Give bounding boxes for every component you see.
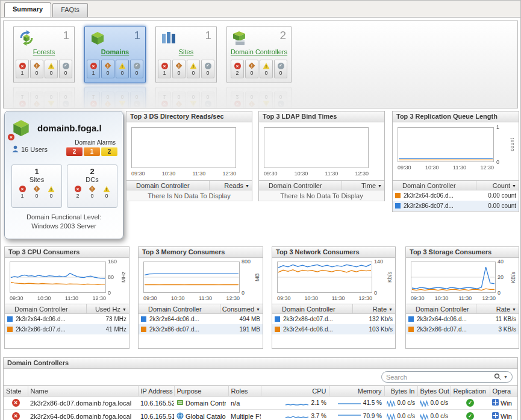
dcs-subbox[interactable]: 2 DCs 2 0 0 [67,165,117,208]
legend-col-domain-controller[interactable]: Domain Controller [272,304,353,313]
legend-col-domain-controller[interactable]: Domain Controller [126,181,210,190]
legend-row[interactable]: 2k3r2x64-dc06.d... 103 Kb/s [272,324,395,334]
dcs-label: DCs [67,176,117,183]
normal-status-cell[interactable]: 0 [59,60,72,78]
legend-row[interactable]: 2k3r2x86-dc07.d... 0.00 count [393,201,519,211]
no-data-message: There Is No Data To Display [126,190,252,201]
col-memory[interactable]: Memory [329,386,384,396]
warning-status-cell[interactable]: 0 [45,60,58,78]
legend-row[interactable]: 2k3r2x86-dc07.d... 191 MB [139,324,263,334]
tile-sites[interactable]: 1 Sites 1 0 0 0 [155,26,217,83]
fatal-icon [90,63,97,69]
legend-row[interactable]: 2k3r2x86-dc07.d... 41 MHz [5,324,129,334]
fatal-status-cell[interactable]: 1 [158,60,171,78]
cpu-value: 3.7 % [311,413,326,419]
col-roles[interactable]: Roles [228,386,261,396]
users-summary[interactable]: 16 Users [12,145,48,154]
critical-status-cell[interactable]: 0 [172,60,186,78]
legend-row[interactable]: 2k3r2x86-dc07.d... 132 Kb/s [272,314,395,324]
legend-dc-name[interactable]: 2k3r2x86-dc07.d... [146,326,220,333]
sites-subbox[interactable]: 1 Sites 1 0 0 [11,165,62,208]
alarm-badges: 2 1 2 [66,147,117,156]
normal-status-cell[interactable]: 0 [201,60,214,78]
tile-domain-controllers[interactable]: 2 Domain Controllers 2 0 0 0 [226,26,292,83]
legend-col-value[interactable]: Rate [476,304,519,313]
legend-col-value[interactable]: Reads [210,181,252,190]
normal-status-cell[interactable]: 0 [274,60,287,78]
legend-row[interactable]: 2k3r2x64-dc06.d... 0.00 count [393,190,519,201]
legend-dc-name[interactable]: 2k3r2x86-dc07.d... [414,326,476,333]
legend-dc-name[interactable]: 2k3r2x86-dc07.d... [280,316,353,322]
dc-table-row[interactable]: 2k3r2x64-dc06.domainb.foga.local 10.6.16… [4,410,517,420]
legend-dc-name[interactable]: 2k3r2x64-dc06.d... [414,316,476,322]
tile-link-domains[interactable]: Domains [85,48,145,57]
legend-col-value[interactable]: Used Hz [87,304,129,313]
legend-dc-name[interactable]: 2k3r2x64-dc06.d... [280,326,353,333]
tile-forests[interactable]: 1 Forests 1 0 0 0 [13,26,75,83]
fatal-alarm-badge[interactable]: 2 [66,147,83,156]
tile-domains[interactable]: 1 Domains 1 0 0 0 [84,26,146,83]
legend-col-value[interactable]: Consumed [220,304,263,313]
critical-status-cell[interactable]: 0 [101,60,114,78]
critical-status-cell[interactable]: 0 [245,60,258,78]
cpu-consumers-chart [10,262,106,293]
warning-count: 0 [264,70,267,76]
critical-count: 0 [177,70,180,76]
legend-dc-name[interactable]: 2k3r2x64-dc06.d... [146,316,220,322]
legend-row[interactable]: 2k3r2x64-dc06.d... 494 MB [139,314,263,324]
legend-col-value[interactable]: Time [342,181,384,190]
fatal-status-cell[interactable]: 1 [16,60,29,78]
normal-status-cell[interactable]: 0 [130,60,143,78]
legend-col-value[interactable]: Count [476,181,519,190]
search-box[interactable]: ▼ [381,371,513,383]
domain-name[interactable]: domainb.foga.l [37,123,102,133]
ds-directory-reads-chart [131,127,236,168]
col-purpose[interactable]: Purpose [174,386,228,396]
col-name[interactable]: Name [28,386,138,396]
dc-table-row[interactable]: 2k3r2x86-dc07.domainb.foga.local 10.6.16… [4,396,517,410]
legend-row[interactable]: 2k3r2x86-dc07.d... 3 KB/s [406,324,519,334]
x-tick: 12:30 [358,295,372,301]
tile-link-domain-controllers[interactable]: Domain Controllers [227,48,291,57]
warning-status-cell[interactable]: 0 [187,60,200,78]
legend-dc-name[interactable]: 2k3r2x64-dc06.d... [401,192,476,199]
col-replication[interactable]: Replication [451,386,490,396]
legend-dc-name[interactable]: 2k3r2x86-dc07.d... [401,202,476,209]
col-bytes-out[interactable]: Bytes Out [417,386,451,396]
legend-col-domain-controller[interactable]: Domain Controller [139,304,220,313]
y-tick: 1 [496,124,510,130]
fatal-status-cell[interactable]: 1 [87,60,100,78]
search-options-caret-icon[interactable]: ▼ [504,375,508,379]
col-operating-system[interactable]: Opera [490,386,517,396]
domain-card[interactable]: domainb.foga.l 16 Users Domain Alarms 2 … [4,111,123,239]
col-cpu[interactable]: CPU [261,386,329,396]
search-input[interactable] [386,374,491,381]
legend-dc-name[interactable]: 2k3r2x64-dc06.d... [13,316,87,322]
legend-row[interactable]: 2k3r2x64-dc06.d... 73 MHz [5,314,129,324]
legend-col-domain-controller[interactable]: Domain Controller [393,181,476,190]
warning-alarm-badge[interactable]: 2 [101,147,117,156]
warning-status-cell[interactable]: 0 [260,60,273,78]
legend-col-domain-controller[interactable]: Domain Controller [406,304,476,313]
dcs-count: 2 [67,167,117,176]
col-state[interactable]: State [4,386,28,396]
legend-col-domain-controller[interactable]: Domain Controller [5,304,87,313]
critical-status-cell[interactable]: 0 [30,60,43,78]
legend-dc-name[interactable]: 2k3r2x86-dc07.d... [13,326,87,333]
search-icon[interactable] [494,373,501,381]
warning-status-cell[interactable]: 0 [116,60,129,78]
fatal-status-cell[interactable]: 2 [231,60,244,78]
network-consumers-chart [277,262,372,293]
critical-alarm-badge[interactable]: 1 [84,147,100,156]
tile-link-forests[interactable]: Forests [14,48,74,57]
legend-row[interactable]: 2k3r2x64-dc06.d... 11 KB/s [406,314,519,324]
tab-summary[interactable]: Summary [4,2,51,17]
col-bytes-in[interactable]: Bytes In [384,386,417,396]
x-axis-labels: 09:30 10:30 11:30 12:30 [411,295,496,301]
tile-link-sites[interactable]: Sites [156,48,216,57]
col-ip-address[interactable]: IP Address [138,386,174,396]
legend-col-domain-controller[interactable]: Domain Controller [259,181,342,190]
legend-col-value[interactable]: Rate [353,304,395,313]
table-toolbar: ▼ [4,369,517,385]
tab-faqts[interactable]: FAQts [52,3,88,17]
